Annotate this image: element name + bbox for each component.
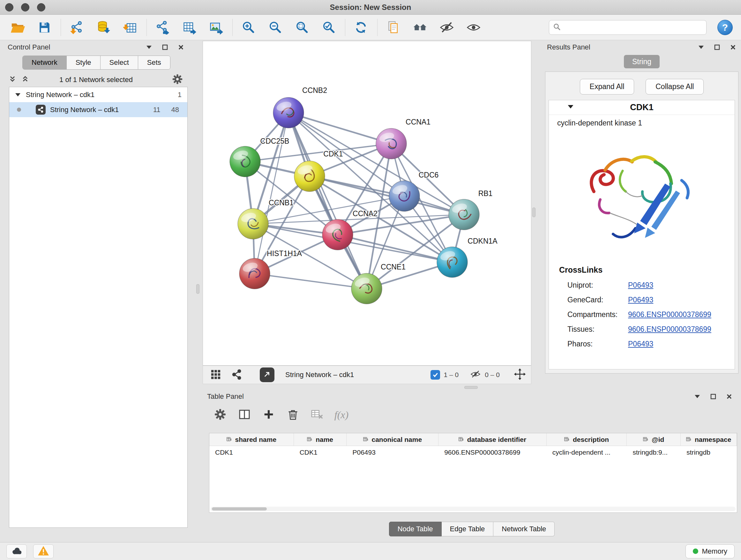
tab-select[interactable]: Select [100, 56, 138, 69]
refresh-layout-button[interactable] [352, 18, 370, 37]
memory-button[interactable]: Memory [685, 544, 735, 558]
network-canvas[interactable]: CCNB2CCNA1CDC25BCDK1CDC6RB1CCNB1CCNA2CDK… [203, 41, 531, 366]
crosslink-value-link[interactable]: P06493 [628, 340, 653, 348]
table-tab-node-table[interactable]: Node Table [389, 522, 442, 537]
import-table-button[interactable] [121, 18, 139, 37]
title-bar: Session: New Session [0, 0, 741, 15]
horizontal-scrollbar[interactable] [211, 507, 736, 511]
table-settings-button[interactable] [212, 406, 229, 423]
column-header-database-identifier[interactable]: database identifier [439, 433, 547, 446]
delete-table-button[interactable] [309, 406, 326, 423]
search-input[interactable] [564, 23, 702, 31]
panel-float-icon[interactable] [714, 44, 721, 51]
gear-icon[interactable] [172, 73, 183, 86]
tab-style[interactable]: Style [67, 56, 100, 69]
zoom-fit-button[interactable] [293, 18, 311, 37]
tab-network[interactable]: Network [23, 56, 67, 69]
tree-expander-icon[interactable] [15, 91, 21, 99]
panel-menu-icon[interactable] [697, 44, 704, 51]
zoom-selected-button[interactable] [320, 18, 338, 37]
column-header-namespace[interactable]: namespace [681, 433, 737, 446]
save-session-button[interactable] [35, 18, 54, 37]
network-row-selected[interactable]: String Network – cdk1 11 48 [9, 102, 187, 117]
horizontal-splitter-handle[interactable] [464, 386, 478, 389]
zoom-in-button[interactable] [239, 18, 258, 37]
cloud-sync-button[interactable] [6, 544, 27, 558]
hide-selected-button[interactable] [437, 18, 456, 37]
window-close-button[interactable] [5, 3, 13, 11]
show-all-button[interactable] [464, 18, 483, 37]
column-header-description[interactable]: description [547, 433, 627, 446]
open-session-button[interactable] [8, 18, 27, 37]
table-tab-network-table[interactable]: Network Table [493, 522, 555, 537]
panel-float-icon[interactable] [161, 44, 169, 51]
expand-all-button[interactable]: Expand All [580, 79, 634, 95]
crosslink-value-link[interactable]: P06493 [628, 281, 653, 290]
tab-sets[interactable]: Sets [138, 56, 170, 69]
warnings-button[interactable] [33, 544, 54, 558]
export-network-button[interactable] [153, 18, 172, 37]
network-overview-button[interactable] [229, 367, 245, 382]
help-button[interactable]: ? [718, 20, 733, 35]
selected-checkbox[interactable] [430, 370, 440, 380]
network-graph[interactable]: CCNB2CCNA1CDC25BCDK1CDC6RB1CCNB1CCNA2CDK… [203, 41, 531, 365]
import-network-database-button[interactable] [94, 18, 113, 37]
table-cell[interactable]: 9606.ENSP00000378699 [439, 446, 547, 459]
vertical-splitter-handle[interactable] [196, 284, 199, 294]
panel-close-icon[interactable] [178, 44, 185, 51]
crosslink-value-link[interactable]: 9606.ENSP00000378699 [628, 325, 711, 334]
network-node-ccna1[interactable]: CCNA1 [376, 118, 430, 159]
table-tab-edge-table[interactable]: Edge Table [442, 522, 494, 537]
column-header--id[interactable]: @id [627, 433, 681, 446]
column-header-name[interactable]: name [294, 433, 347, 446]
network-collection-row[interactable]: String Network – cdk1 1 [9, 87, 187, 102]
export-table-button[interactable] [180, 18, 199, 37]
collapse-all-button[interactable]: Collapse All [646, 79, 704, 95]
network-node-hist1h1a[interactable]: HIST1H1A [239, 249, 302, 289]
annotation-clipboard-button[interactable] [384, 18, 402, 37]
export-image-icon [209, 20, 223, 35]
column-header-shared-name[interactable]: shared name [209, 433, 294, 446]
column-header-label: name [316, 436, 333, 443]
panel-menu-icon[interactable] [145, 44, 152, 51]
vertical-splitter-handle[interactable] [532, 207, 536, 217]
scrollbar-thumb[interactable] [212, 507, 267, 510]
network-node-cdk1[interactable]: CDK1 [294, 150, 343, 192]
import-network-file-button[interactable] [67, 18, 86, 37]
table-cell[interactable]: CDK1 [209, 446, 294, 459]
hidden-eye-slash-icon[interactable] [470, 369, 481, 381]
table-cell[interactable]: cyclin-dependent ... [547, 446, 627, 459]
table-cell[interactable]: stringdb:9... [627, 446, 681, 459]
tab-string[interactable]: String [624, 55, 660, 68]
network-node-ccne1[interactable]: CCNE1 [351, 263, 406, 304]
column-header-canonical-name[interactable]: canonical name [347, 433, 439, 446]
delete-column-button[interactable] [284, 406, 301, 423]
grid-icon [210, 369, 221, 381]
export-image-button[interactable] [207, 18, 225, 37]
show-columns-button[interactable] [236, 406, 253, 423]
add-column-button[interactable] [260, 406, 277, 423]
table-cell[interactable]: CDK1 [294, 446, 347, 459]
protein-section-header[interactable]: CDK1 [549, 100, 735, 115]
first-neighbors-button[interactable] [411, 18, 429, 37]
crosslink-value-link[interactable]: 9606.ENSP00000378699 [628, 310, 711, 319]
export-view-button[interactable] [260, 368, 274, 382]
network-node-rb1[interactable]: RB1 [449, 189, 492, 230]
panel-menu-icon[interactable] [694, 393, 701, 400]
zoom-out-button[interactable] [266, 18, 284, 37]
network-node-cdkn1a[interactable]: CDKN1A [437, 237, 497, 277]
table-row[interactable]: CDK1CDK1P064939606.ENSP00000378699cyclin… [209, 446, 737, 459]
window-zoom-button[interactable] [37, 3, 45, 11]
table-cell[interactable]: P06493 [347, 446, 439, 459]
network-node-cdc6[interactable]: CDC6 [389, 171, 439, 211]
crosslink-value-link[interactable]: P06493 [628, 296, 653, 304]
window-minimize-button[interactable] [21, 3, 29, 11]
section-expander-icon[interactable] [567, 105, 574, 111]
panel-close-icon[interactable] [730, 44, 737, 51]
birds-eye-view-button[interactable] [208, 367, 223, 382]
table-cell[interactable]: stringdb [681, 446, 737, 459]
panel-close-icon[interactable] [726, 393, 733, 400]
panel-float-icon[interactable] [710, 393, 717, 400]
function-builder-button[interactable]: f(x) [333, 406, 350, 423]
fit-content-crosshair-icon[interactable] [514, 368, 526, 381]
